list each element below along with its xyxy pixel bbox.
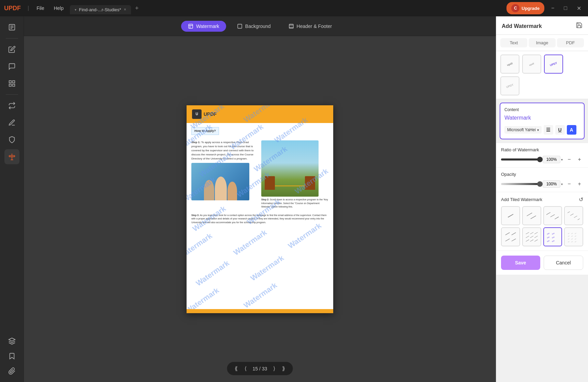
- upgrade-button[interactable]: C Upgrade: [506, 2, 544, 14]
- sidebar-item-edit[interactable]: [4, 42, 19, 57]
- svg-line-16: [527, 213, 532, 216]
- align-left-button[interactable]: ☰: [544, 125, 553, 135]
- underline-button[interactable]: U: [555, 125, 565, 135]
- tiled-header: Add Tiled Watermark ↺: [501, 196, 583, 203]
- tiled-pattern-8[interactable]: wm wm wm wm wm wm wm wm wm wm wm wm: [564, 227, 583, 246]
- watermark-mode-button[interactable]: Watermark: [181, 21, 226, 32]
- opacity-slider-track[interactable]: [501, 183, 540, 185]
- tiled-pattern-7[interactable]: WM WM WM WM WM WM: [543, 227, 562, 246]
- tiled-pattern-1[interactable]: [501, 206, 520, 225]
- ratio-decrease-button[interactable]: −: [565, 156, 573, 163]
- opacity-decrease-button[interactable]: −: [565, 180, 573, 188]
- svg-rect-7: [12, 84, 14, 86]
- opacity-increase-button[interactable]: +: [576, 180, 583, 188]
- svg-text:wm: wm: [568, 235, 570, 237]
- ratio-input[interactable]: [543, 156, 560, 163]
- sidebar-item-convert[interactable]: [4, 98, 19, 113]
- svg-line-37: [534, 240, 538, 241]
- close-button[interactable]: ✕: [574, 4, 584, 13]
- svg-text:wm: wm: [571, 238, 573, 240]
- tiled-pattern-6[interactable]: [522, 227, 541, 246]
- tiled-pattern-5[interactable]: [501, 227, 520, 246]
- opacity-slider-row: ▾ − +: [501, 180, 583, 188]
- ratio-section: Ratio of Watermark ▾ − +: [496, 143, 588, 167]
- tab-text[interactable]: Text: [500, 38, 527, 47]
- background-mode-button[interactable]: Background: [230, 21, 278, 32]
- pdf-step-3: Step 3: As you lead next, look for a con…: [191, 214, 328, 225]
- header-footer-label: Header & Footer: [297, 24, 332, 29]
- last-page-button[interactable]: ⟫: [279, 364, 288, 373]
- opacity-dropdown-icon[interactable]: ▾: [561, 182, 563, 186]
- style-thumb-4[interactable]: UPDT: [500, 76, 519, 95]
- tab-close-icon[interactable]: ×: [124, 7, 126, 12]
- first-page-button[interactable]: ⟪: [232, 364, 240, 373]
- menu-file[interactable]: File: [33, 4, 48, 12]
- tiled-pattern-2[interactable]: [522, 206, 541, 225]
- svg-line-28: [512, 239, 516, 241]
- svg-text:wm: wm: [571, 232, 573, 234]
- style-thumb-3[interactable]: UPDT: [544, 55, 563, 74]
- maximize-button[interactable]: □: [561, 4, 570, 13]
- opacity-slider-thumb[interactable]: [537, 181, 543, 187]
- tiled-pattern-3[interactable]: [543, 206, 562, 225]
- svg-text:wm: wm: [568, 241, 570, 243]
- svg-text:WM: WM: [552, 232, 555, 235]
- tiled-reset-button[interactable]: ↺: [579, 196, 583, 203]
- action-buttons: Save Cancel: [496, 251, 588, 275]
- tiled-pattern-4[interactable]: [564, 206, 583, 225]
- sidebar-item-attach[interactable]: [4, 364, 19, 379]
- pdf-logo-icon: U: [192, 109, 202, 119]
- tab-pdf[interactable]: PDF: [557, 38, 584, 47]
- svg-rect-11: [238, 24, 242, 28]
- panel-save-icon[interactable]: [576, 22, 583, 30]
- sidebar-item-comment[interactable]: [4, 59, 19, 74]
- panel-title: Add Watermark: [502, 23, 542, 29]
- opacity-input[interactable]: [543, 180, 560, 188]
- new-tab-button[interactable]: +: [135, 5, 139, 12]
- svg-line-20: [555, 217, 559, 219]
- app-logo: UPDF: [4, 5, 21, 12]
- save-button[interactable]: Save: [501, 256, 540, 270]
- watermark-text: Watermark: [249, 253, 285, 282]
- svg-text:wm: wm: [568, 238, 570, 240]
- sidebar-item-fillsign[interactable]: [4, 115, 19, 130]
- current-page[interactable]: 15: [253, 366, 258, 371]
- sidebar-item-layers[interactable]: [4, 334, 19, 349]
- sidebar-item-protect[interactable]: [4, 132, 19, 147]
- sidebar-item-organize[interactable]: [4, 76, 19, 91]
- tab-title: Find-and-...r-Studies*: [79, 7, 121, 12]
- font-family-select[interactable]: Microsoft YaHei ▾: [504, 126, 542, 134]
- next-page-button[interactable]: ⟩: [270, 364, 278, 373]
- sidebar-item-bookmark[interactable]: [4, 349, 19, 364]
- header-footer-mode-button[interactable]: Header & Footer: [282, 21, 339, 32]
- color-button[interactable]: A: [567, 125, 576, 135]
- ratio-slider-row: ▾ − +: [501, 156, 583, 163]
- minimize-button[interactable]: −: [548, 4, 557, 13]
- svg-line-34: [534, 236, 538, 238]
- prev-page-button[interactable]: ⟨: [242, 364, 249, 373]
- svg-line-18: [546, 212, 550, 215]
- ratio-slider-thumb[interactable]: [537, 157, 543, 162]
- tab-image[interactable]: Image: [529, 38, 556, 47]
- ratio-increase-button[interactable]: +: [576, 156, 583, 163]
- ratio-slider-track[interactable]: [501, 158, 540, 161]
- ratio-dropdown-icon[interactable]: ▾: [561, 158, 563, 162]
- active-tab[interactable]: ▾ Find-and-...r-Studies* ×: [70, 5, 131, 14]
- sidebar-separator: [6, 38, 18, 39]
- menu-help[interactable]: Help: [50, 4, 67, 12]
- style-thumb-1[interactable]: updt: [500, 55, 519, 74]
- svg-text:wm: wm: [574, 235, 576, 237]
- avatar: C: [511, 4, 519, 12]
- tiled-section: Add Tiled Watermark ↺: [496, 192, 588, 250]
- svg-line-31: [534, 232, 538, 234]
- sidebar-item-stamp[interactable]: [4, 149, 19, 164]
- tiled-label: Add Tiled Watermark: [501, 197, 542, 202]
- style-thumb-2[interactable]: updt: [522, 55, 541, 74]
- sidebar-item-read[interactable]: [4, 20, 19, 35]
- watermark-text: Watermark: [242, 280, 279, 310]
- watermark-text: Watermark: [187, 231, 214, 260]
- cancel-button[interactable]: Cancel: [544, 256, 584, 270]
- watermark-text: Watermark: [194, 258, 231, 288]
- pdf-step-1: Step 1: To apply across a respective Pos…: [191, 140, 259, 161]
- watermark-text-input[interactable]: [504, 115, 580, 121]
